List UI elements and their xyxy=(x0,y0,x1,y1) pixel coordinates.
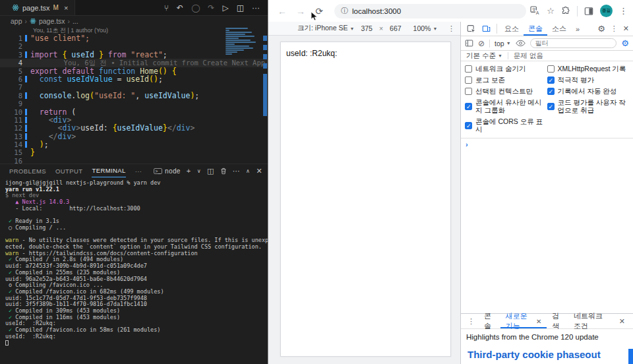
next-change-icon[interactable]: ↷ xyxy=(208,4,214,12)
breadcrumb-root[interactable]: app xyxy=(11,17,22,25)
prompt-chevron-icon: › xyxy=(466,140,468,148)
context-select[interactable]: top▼ xyxy=(495,40,511,47)
console-setting-checkbox[interactable]: 적극적 평가 xyxy=(547,76,627,84)
device-height-field[interactable]: 667 xyxy=(390,24,402,32)
console-setting-checkbox[interactable]: 선택된 컨텍스트만 xyxy=(465,87,545,95)
checkbox-unchecked-icon[interactable] xyxy=(465,88,472,95)
breadcrumb[interactable]: app › page.tsx › ... xyxy=(0,16,268,26)
translate-icon[interactable]: 文A xyxy=(530,6,540,16)
checkbox-unchecked-icon[interactable] xyxy=(465,76,472,84)
drawer-tab-whats-new[interactable]: 새로운 기능✕ xyxy=(500,314,547,328)
code-line[interactable]: 15} xyxy=(0,148,268,156)
minimap[interactable] xyxy=(226,26,260,59)
checkbox-checked-icon[interactable] xyxy=(547,76,555,84)
panel-more-icon[interactable]: ⋯ xyxy=(233,167,240,175)
console-setting-checkbox[interactable]: 로그 보존 xyxy=(465,76,545,84)
forward-icon[interactable]: → xyxy=(293,6,308,16)
run-icon[interactable]: ▷ xyxy=(222,4,228,12)
device-width-field[interactable]: 375 xyxy=(361,24,373,32)
side-panel-icon[interactable] xyxy=(584,7,593,16)
zoom-select[interactable]: 100%▼ xyxy=(413,24,438,32)
console-messages-area[interactable] xyxy=(461,150,633,313)
console-prompt[interactable]: › xyxy=(461,138,633,150)
profile-avatar[interactable]: 종길 xyxy=(600,5,613,17)
new-terminal-icon[interactable]: + xyxy=(187,167,191,175)
checkbox-unchecked-icon[interactable] xyxy=(465,65,472,73)
back-icon[interactable]: ← xyxy=(275,6,289,16)
console-setting-checkbox[interactable]: 콘솔에 CORS 오류 표시 xyxy=(465,117,545,133)
code-editor[interactable]: You, 11초 전 | 1 author (You) 1"use client… xyxy=(0,26,268,164)
split-terminal-icon[interactable]: ◫ xyxy=(207,167,214,175)
open-changes-icon[interactable]: ↶ xyxy=(177,4,183,12)
console-setting-checkbox[interactable]: 기록에서 자동 완성 xyxy=(547,87,627,95)
console-filter-input[interactable]: 필터 xyxy=(530,38,617,48)
breadcrumb-symbol[interactable]: ... xyxy=(73,17,78,25)
code-line[interactable]: 14 ); xyxy=(0,140,268,148)
device-toolbar-toggle-icon[interactable] xyxy=(479,22,494,36)
clear-console-icon[interactable]: ⊘ xyxy=(478,40,485,47)
tab-sources[interactable]: 소스 xyxy=(547,22,571,36)
drawer-close-icon[interactable]: ✕ xyxy=(614,314,630,328)
device-toolbar-more-icon[interactable]: ⋮ xyxy=(448,24,455,33)
bookmark-star-icon[interactable]: ☆ xyxy=(547,7,555,15)
close-tab-icon[interactable]: ✕ xyxy=(536,318,541,325)
editor-tab-page-tsx[interactable]: page.tsx M × xyxy=(0,0,75,15)
close-panel-icon[interactable]: ✕ xyxy=(256,167,262,175)
console-setting-checkbox[interactable]: 코드 평가를 사용자 작업으로 취급 xyxy=(547,98,627,114)
terminal-profile[interactable]: >_node xyxy=(154,167,181,175)
tab-console[interactable]: 콘솔 xyxy=(524,22,547,36)
console-settings-gear-icon[interactable]: ⚙ xyxy=(621,39,629,47)
tab-problems[interactable]: PROBLEMS xyxy=(9,164,46,177)
whats-new-headline[interactable]: Third-party cookie phaseout xyxy=(461,341,633,360)
more-actions-icon[interactable]: ··· xyxy=(252,4,260,12)
chrome-menu-icon[interactable]: ⋮ xyxy=(619,7,628,15)
checkbox-checked-icon[interactable] xyxy=(465,122,472,129)
drawer-menu-icon[interactable]: ⋮ xyxy=(464,314,479,328)
site-info-icon[interactable]: ⓘ xyxy=(341,6,348,16)
url-text[interactable]: localhost:3000 xyxy=(352,7,401,15)
split-editor-icon[interactable]: ◫ xyxy=(237,4,244,12)
tab-terminal[interactable]: TERMINAL xyxy=(92,164,125,177)
checkbox-checked-icon[interactable] xyxy=(547,88,555,95)
checkbox-checked-icon[interactable] xyxy=(547,103,555,110)
drawer-tab-network-conditions[interactable]: 네트워크 조건 xyxy=(568,314,614,328)
prev-change-icon[interactable]: ◯ xyxy=(191,4,200,12)
panel-tabs-more-icon[interactable]: ··· xyxy=(135,164,142,177)
checkbox-unchecked-icon[interactable] xyxy=(547,65,555,73)
device-frame[interactable]: useId: :R2ukq: xyxy=(280,42,451,357)
console-setting-checkbox[interactable]: 콘솔에서 유사한 메시지 그룹화 xyxy=(465,98,545,114)
kill-terminal-icon[interactable] xyxy=(220,167,227,175)
tab-elements[interactable]: 요소 xyxy=(500,22,524,36)
tab-output[interactable]: OUTPUT xyxy=(55,164,82,177)
device-select[interactable]: 크기: iPhone SE▼ xyxy=(297,24,354,33)
code-line[interactable]: 6 const useIdValue = useId(); xyxy=(0,75,268,83)
issues-counter[interactable]: 문제 없음 xyxy=(514,51,543,61)
checkbox-checked-icon[interactable] xyxy=(465,103,472,110)
terminal-output[interactable]: ijong-gil@jgjgill nextjs-playground % ya… xyxy=(0,177,268,346)
address-bar[interactable]: ⓘ localhost:3000 xyxy=(334,4,526,18)
devtools-close-icon[interactable]: ✕ xyxy=(623,24,629,33)
tab-close-icon[interactable]: × xyxy=(64,4,68,12)
devtools-menu-icon[interactable]: ⋮ xyxy=(611,24,618,33)
code-line[interactable]: 16 xyxy=(0,157,268,164)
console-sidebar-icon[interactable] xyxy=(465,39,473,47)
extensions-icon[interactable] xyxy=(561,7,570,16)
console-setting-checkbox[interactable]: 네트워크 숨기기 xyxy=(465,65,545,73)
source-control-icon[interactable]: ⑂ xyxy=(164,4,169,12)
settings-gear-icon[interactable]: ⚙ xyxy=(597,24,605,34)
overview-ruler[interactable] xyxy=(263,26,267,164)
inspect-element-icon[interactable] xyxy=(464,22,479,36)
scrollbar-thumb[interactable] xyxy=(628,349,633,364)
log-levels-select[interactable]: 기본 수준▼ xyxy=(466,51,502,61)
code-line[interactable]: 8 console.log("useId: ", useIdValue); xyxy=(0,92,268,100)
whats-new-content[interactable]: Highlights from the Chrome 120 update Th… xyxy=(461,329,633,364)
drawer-tab-search[interactable]: 검색 xyxy=(547,314,568,328)
drawer-tab-console[interactable]: 콘솔 xyxy=(479,314,500,328)
drawer-tab-bar: ⋮ 콘솔 새로운 기능✕ 검색 네트워크 조건 ✕ xyxy=(461,314,633,329)
console-setting-checkbox[interactable]: XMLHttpRequest 기록 xyxy=(547,65,627,73)
terminal-profile-dropdown-icon[interactable]: ∨ xyxy=(197,168,201,174)
more-tabs-icon[interactable]: » xyxy=(571,22,584,36)
breadcrumb-file[interactable]: page.tsx xyxy=(39,17,65,25)
maximize-panel-icon[interactable]: ∧ xyxy=(246,168,250,174)
live-expression-eye-icon[interactable] xyxy=(516,40,526,47)
